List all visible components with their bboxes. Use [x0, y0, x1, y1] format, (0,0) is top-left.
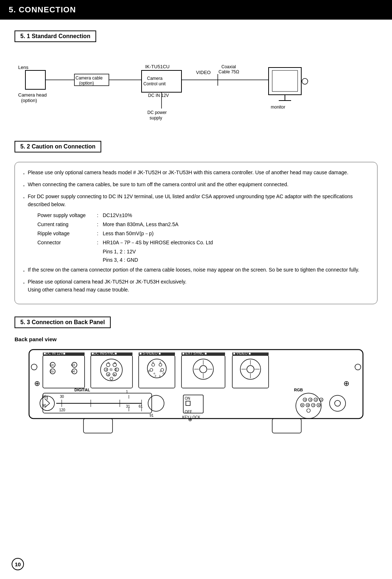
- svg-text:4: 4: [152, 361, 154, 364]
- spec-row-voltage: Power supply voltage : DC12V±10%: [37, 212, 369, 219]
- svg-text:2: 2: [155, 374, 156, 378]
- caution-bullet-3: For DC power supply connecting to DC IN …: [23, 193, 369, 208]
- svg-text:3: 3: [159, 361, 161, 364]
- svg-text:D: D: [148, 370, 150, 373]
- svg-text:②: ②: [315, 398, 317, 401]
- svg-text:Lens: Lens: [18, 65, 29, 70]
- svg-text:⑦: ⑦: [312, 404, 315, 407]
- svg-text:⑤: ⑤: [304, 398, 306, 401]
- svg-text:①: ①: [320, 398, 323, 401]
- svg-text:61: 61: [139, 404, 143, 408]
- svg-text:■DC IN 12V■: ■DC IN 12V■: [44, 351, 65, 355]
- svg-rect-0: [25, 70, 45, 89]
- svg-text:Control unit: Control unit: [143, 81, 166, 86]
- svg-point-70: [150, 368, 153, 371]
- svg-point-93: [247, 366, 254, 373]
- svg-text:Camera head: Camera head: [18, 92, 47, 98]
- svg-text:③: ③: [309, 398, 312, 401]
- svg-text:(option): (option): [79, 81, 94, 86]
- specs-table: Power supply voltage : DC12V±10% Current…: [37, 212, 369, 264]
- caution-bullet-5: Please use optional camera head JK-TU52H…: [23, 278, 369, 294]
- svg-text:③: ③: [105, 368, 107, 371]
- svg-rect-66: [139, 355, 175, 388]
- caution-bullet-2: When connecting the camera cables, be su…: [23, 181, 369, 189]
- spec-row-ripple: Ripple voltage : Less than 50mV(p－p): [37, 230, 369, 237]
- svg-text:supply: supply: [150, 115, 162, 121]
- svg-text:⑨: ⑨: [301, 404, 303, 407]
- svg-text:DIGITAL: DIGITAL: [74, 388, 90, 392]
- back-panel-diagram: ⊕ ⊕ ■DC IN 12V■ 1o o3 2o o4 ■DC IN/SYNC■: [15, 346, 377, 440]
- section-53-header: 5. 3 Connection on Back Panel: [15, 317, 111, 328]
- svg-text:■ S-VIDEO ■: ■ S-VIDEO ■: [139, 351, 161, 355]
- svg-text:91: 91: [150, 413, 154, 417]
- svg-text:⑥: ⑥: [318, 404, 320, 407]
- back-panel-label: Back panel view: [15, 336, 377, 342]
- spec-row-current: Current rating : More than 830mA, Less t…: [37, 221, 369, 228]
- svg-text:⑫: ⑫: [114, 368, 117, 371]
- svg-text:30: 30: [60, 395, 64, 399]
- svg-text:1: 1: [159, 374, 161, 378]
- svg-text:⑧: ⑧: [114, 362, 116, 365]
- svg-text:⊕: ⊕: [343, 379, 350, 387]
- svg-text:monitor: monitor: [271, 105, 285, 110]
- caution-box: Please use only optional camera heads mo…: [15, 162, 377, 304]
- svg-text:Cable 75Ω: Cable 75Ω: [219, 69, 239, 74]
- svg-text:DC power: DC power: [147, 110, 167, 115]
- svg-text:RGB: RGB: [294, 388, 303, 392]
- spec-pins-1: Pins 1, 2 : 12V: [103, 248, 369, 256]
- section-52-header: 5. 2 Caution on Connection: [15, 141, 101, 152]
- svg-point-67: [147, 359, 166, 378]
- svg-text:⑪: ⑪: [110, 368, 113, 371]
- spec-pins-2: Pins 3, 4 : GND: [103, 256, 369, 264]
- svg-text:Camera cable: Camera cable: [75, 76, 103, 81]
- svg-text:Camera: Camera: [147, 76, 163, 81]
- caution-bullet-4: If the screw on the camera connector por…: [23, 266, 369, 275]
- svg-text:1o: 1o: [50, 363, 54, 367]
- svg-rect-48: [91, 355, 132, 388]
- svg-text:D: D: [163, 372, 165, 375]
- svg-text:o3: o3: [71, 363, 75, 367]
- svg-text:(option): (option): [21, 98, 37, 103]
- svg-text:⊕: ⊕: [188, 416, 192, 422]
- svg-rect-30: [29, 350, 363, 419]
- svg-text:DC IN 12V: DC IN 12V: [148, 93, 169, 98]
- svg-text:1: 1: [126, 390, 128, 394]
- svg-point-25: [302, 78, 308, 84]
- svg-text:VIDEO: VIDEO: [196, 70, 211, 75]
- page-title: 5. CONNECTION: [0, 0, 392, 20]
- svg-text:60: 60: [42, 395, 46, 399]
- svg-rect-24: [272, 70, 298, 91]
- svg-text:■ VIDEO ■: ■ VIDEO ■: [233, 351, 251, 355]
- section-51-header: 5. 1 Standard Connection: [15, 30, 96, 42]
- svg-point-34: [355, 364, 361, 370]
- svg-text:⊕: ⊕: [34, 379, 40, 387]
- svg-text:⑥: ⑥: [113, 373, 116, 376]
- caution-bullet-1: Please use only optional camera heads mo…: [23, 169, 369, 178]
- svg-text:o4: o4: [71, 370, 75, 373]
- svg-rect-37: [43, 355, 85, 388]
- svg-text:■DC IN/SYNC■: ■DC IN/SYNC■: [91, 351, 117, 355]
- page-number: 10: [12, 558, 24, 570]
- svg-point-33: [31, 364, 37, 370]
- svg-point-146: [330, 395, 346, 411]
- svg-text:31: 31: [126, 404, 130, 408]
- svg-text:o: o: [160, 370, 162, 373]
- svg-text:■ EXT SYNC ■: ■ EXT SYNC ■: [182, 351, 207, 355]
- svg-point-84: [200, 366, 207, 373]
- svg-text:ON: ON: [185, 396, 190, 400]
- svg-text:2o: 2o: [50, 370, 54, 373]
- svg-text:120: 120: [59, 408, 65, 412]
- svg-text:④: ④: [107, 373, 110, 376]
- svg-text:OFF: OFF: [185, 410, 192, 414]
- connection-diagram: Lens Camera head (option) Camera cable (…: [15, 52, 377, 129]
- svg-text:Coaxial: Coaxial: [221, 64, 236, 69]
- svg-rect-148: [83, 419, 113, 433]
- svg-point-113: [148, 395, 164, 411]
- svg-text:⑦: ⑦: [107, 362, 110, 365]
- svg-point-145: [307, 409, 310, 412]
- svg-rect-123: [186, 401, 190, 405]
- svg-rect-21: [269, 68, 301, 95]
- svg-text:⑧: ⑧: [307, 404, 309, 407]
- svg-point-147: [335, 400, 340, 406]
- spec-row-connector: Connector : HR10A－7P－4S by HIROSE electr…: [37, 239, 369, 246]
